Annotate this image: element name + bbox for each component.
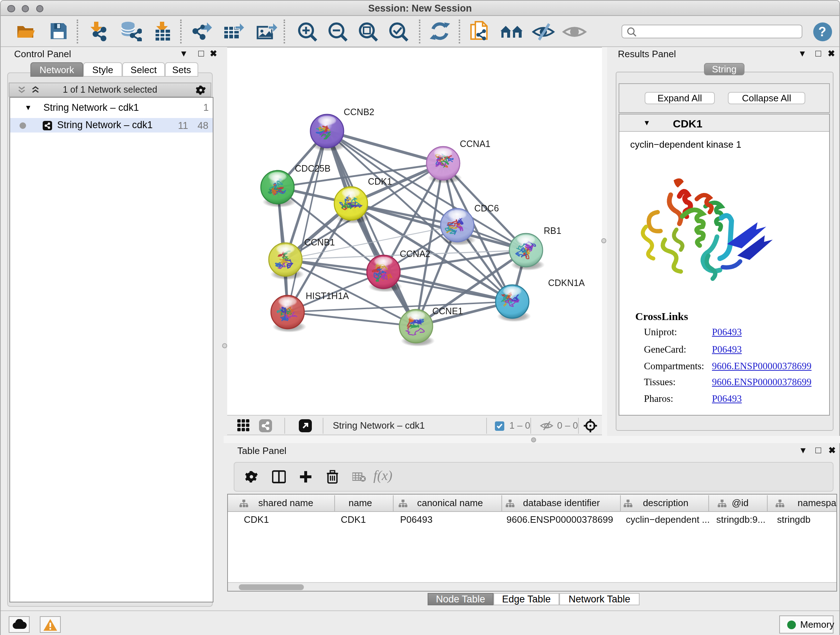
svg-text:CDK1: CDK1 <box>368 176 392 187</box>
svg-text:CCNA2: CCNA2 <box>400 249 431 259</box>
svg-text:CCNB1: CCNB1 <box>304 237 335 247</box>
svg-text:CDKN1A: CDKN1A <box>548 278 585 288</box>
svg-text:CCNE1: CCNE1 <box>432 306 463 316</box>
svg-text:CCNA1: CCNA1 <box>460 139 491 149</box>
svg-text:HIST1H1A: HIST1H1A <box>306 291 349 301</box>
svg-text:CCNB2: CCNB2 <box>344 107 374 117</box>
svg-text:CDC25B: CDC25B <box>295 163 331 173</box>
svg-text:RB1: RB1 <box>544 226 561 236</box>
svg-text:CDC6: CDC6 <box>474 203 499 213</box>
